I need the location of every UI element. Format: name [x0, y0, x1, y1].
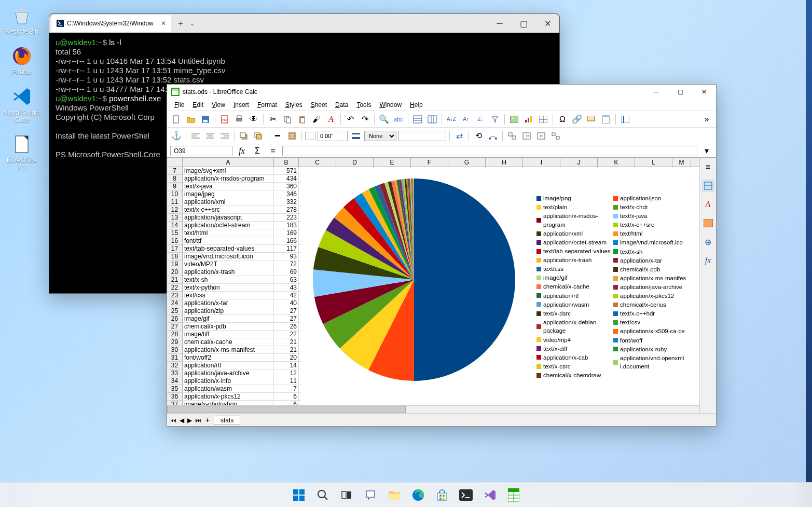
- cell[interactable]: application/x-info: [183, 377, 274, 385]
- cell[interactable]: application/x-ms-manifest: [183, 346, 274, 354]
- hyperlink-icon[interactable]: 🔗: [571, 113, 583, 126]
- cell[interactable]: text/tab-separated-values: [183, 245, 274, 253]
- row-header[interactable]: 23: [167, 292, 183, 299]
- close-button[interactable]: ✕: [535, 14, 559, 33]
- cell[interactable]: 434: [274, 175, 299, 183]
- horizontal-scrollbar[interactable]: [167, 405, 699, 414]
- cell[interactable]: 117: [274, 245, 299, 253]
- cell[interactable]: 14: [274, 362, 299, 369]
- clear-format-icon[interactable]: A: [325, 113, 337, 126]
- close-button[interactable]: ✕: [692, 85, 716, 99]
- menu-sheet[interactable]: Sheet: [307, 101, 331, 108]
- redo-icon[interactable]: ↷: [359, 113, 371, 126]
- ungroup-icon[interactable]: [549, 130, 562, 142]
- column-header[interactable]: H: [486, 158, 523, 167]
- cell[interactable]: 20: [274, 354, 299, 362]
- find-icon[interactable]: 🔍: [378, 113, 390, 126]
- start-button[interactable]: [288, 485, 309, 505]
- cell[interactable]: 43: [274, 284, 299, 292]
- align-center-icon[interactable]: [204, 130, 216, 142]
- row-header[interactable]: 19: [167, 261, 183, 268]
- name-box[interactable]: [170, 146, 232, 156]
- cell[interactable]: 360: [274, 183, 299, 190]
- cell[interactable]: 6: [274, 393, 299, 401]
- first-sheet-icon[interactable]: ⏮: [170, 417, 176, 424]
- insert-image-icon[interactable]: [508, 113, 520, 126]
- line-sample[interactable]: [305, 132, 315, 140]
- row-header[interactable]: 30: [167, 346, 183, 354]
- cell[interactable]: font/woff2: [183, 354, 274, 362]
- cell[interactable]: 22: [274, 331, 299, 338]
- cell[interactable]: 69: [274, 268, 299, 276]
- menu-help[interactable]: Help: [406, 101, 427, 108]
- align-right-icon[interactable]: [218, 130, 231, 142]
- line-width-input[interactable]: [318, 131, 348, 141]
- row-header[interactable]: 15: [167, 229, 183, 237]
- row-header[interactable]: 35: [167, 385, 183, 393]
- add-sheet-icon[interactable]: ＋: [204, 416, 211, 424]
- line-color-icon[interactable]: [350, 130, 362, 142]
- row-header[interactable]: 25: [167, 307, 183, 315]
- print-preview-icon[interactable]: 👁: [247, 113, 260, 126]
- menu-edit[interactable]: Edit: [188, 101, 208, 108]
- menu-view[interactable]: View: [208, 101, 229, 108]
- function-wizard-icon[interactable]: fx: [236, 145, 248, 157]
- row-header[interactable]: 17: [167, 245, 183, 253]
- row-header[interactable]: 13: [167, 214, 183, 222]
- column-header[interactable]: K: [598, 158, 635, 167]
- row-header[interactable]: 10: [167, 190, 183, 198]
- print-icon[interactable]: [233, 113, 245, 126]
- new-tab-button[interactable]: ＋: [176, 18, 185, 29]
- column-header[interactable]: A: [183, 158, 274, 167]
- minimize-button[interactable]: ─: [644, 85, 668, 99]
- enter-group-icon[interactable]: [520, 130, 533, 142]
- sort-asc-icon[interactable]: A↑: [460, 113, 472, 126]
- rotate-icon[interactable]: ⟲: [472, 130, 485, 142]
- cell[interactable]: font/ttf: [183, 237, 274, 245]
- cell[interactable]: 169: [274, 229, 299, 237]
- cell[interactable]: text/x-sh: [183, 276, 274, 284]
- maximize-button[interactable]: ▢: [668, 85, 692, 99]
- cell[interactable]: 166: [274, 237, 299, 245]
- edge-button[interactable]: [408, 485, 429, 505]
- select-all-corner[interactable]: [167, 158, 183, 167]
- cell[interactable]: application/zip: [183, 307, 274, 315]
- row-header[interactable]: 7: [167, 167, 183, 175]
- points-icon[interactable]: [487, 130, 499, 142]
- column-header[interactable]: B: [274, 158, 299, 167]
- column-header[interactable]: I: [523, 158, 560, 167]
- cell[interactable]: text/x-c++src: [183, 206, 274, 214]
- cell[interactable]: 63: [274, 276, 299, 284]
- terminal-taskbar-button[interactable]: [456, 485, 476, 505]
- row-header[interactable]: 36: [167, 393, 183, 401]
- cell[interactable]: image/jpeg: [183, 190, 274, 198]
- spellcheck-icon[interactable]: abc: [392, 113, 405, 126]
- sidebar-settings-icon[interactable]: ≡: [702, 161, 714, 173]
- sheet-tab[interactable]: stats: [214, 416, 240, 425]
- export-pdf-icon[interactable]: PDF: [218, 113, 231, 126]
- paste-icon[interactable]: [296, 113, 308, 126]
- pivot-icon[interactable]: [537, 113, 549, 126]
- cell[interactable]: 40: [274, 299, 299, 307]
- cell[interactable]: 26: [274, 323, 299, 331]
- headers-footers-icon[interactable]: [600, 113, 612, 126]
- cell[interactable]: image/tiff: [183, 331, 274, 338]
- save-icon[interactable]: [199, 113, 212, 126]
- cell[interactable]: application/rtf: [183, 362, 274, 369]
- freeze-icon[interactable]: [619, 113, 631, 126]
- edge-panel[interactable]: [806, 0, 812, 507]
- maximize-button[interactable]: ▢: [512, 14, 535, 33]
- cell[interactable]: application/x-tar: [183, 299, 274, 307]
- cell[interactable]: 27: [274, 315, 299, 323]
- row-header[interactable]: 11: [167, 198, 183, 206]
- row-header[interactable]: 27: [167, 323, 183, 331]
- copy-icon[interactable]: [281, 113, 294, 126]
- cell[interactable]: image/vnd.microsoft.icon: [183, 253, 274, 261]
- row-header[interactable]: 14: [167, 222, 183, 229]
- cell[interactable]: 183: [274, 222, 299, 229]
- column-header[interactable]: F: [411, 158, 448, 167]
- cell[interactable]: application/xml: [183, 198, 274, 206]
- send-back-icon[interactable]: [252, 130, 265, 142]
- insert-chart-icon[interactable]: [522, 113, 535, 126]
- row-header[interactable]: 18: [167, 253, 183, 261]
